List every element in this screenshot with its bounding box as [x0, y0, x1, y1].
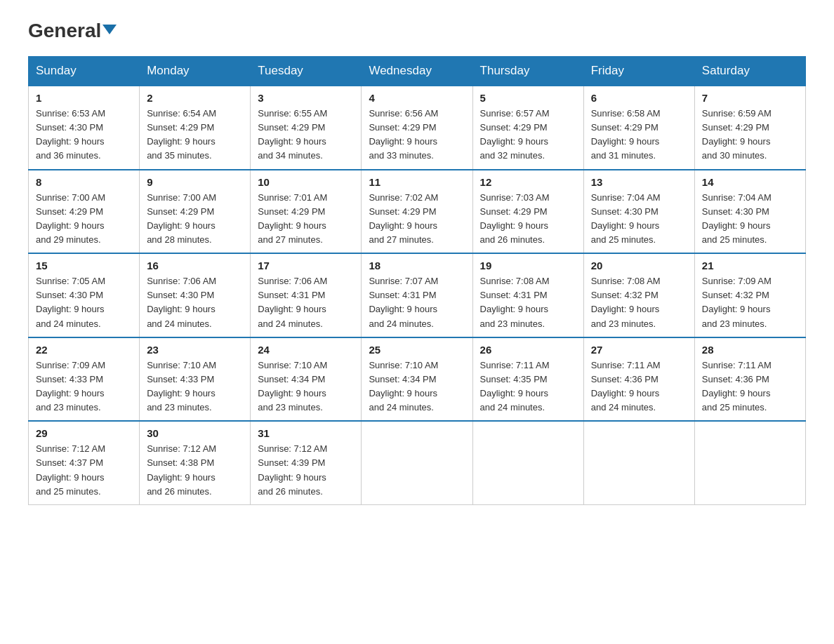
calendar-cell: 17Sunrise: 7:06 AMSunset: 4:31 PMDayligh…: [251, 253, 362, 337]
day-number: 22: [36, 344, 132, 356]
day-number: 20: [591, 260, 687, 271]
day-info: Sunrise: 7:09 AMSunset: 4:32 PMDaylight:…: [702, 274, 798, 331]
day-info: Sunrise: 6:56 AMSunset: 4:29 PMDaylight:…: [369, 107, 465, 163]
calendar-cell: 21Sunrise: 7:09 AMSunset: 4:32 PMDayligh…: [694, 253, 805, 337]
day-number: 16: [147, 260, 243, 271]
calendar-cell: 10Sunrise: 7:01 AMSunset: 4:29 PMDayligh…: [251, 170, 362, 254]
calendar-cell: [472, 421, 583, 504]
day-number: 2: [147, 92, 243, 104]
day-info: Sunrise: 6:59 AMSunset: 4:29 PMDaylight:…: [702, 107, 798, 163]
day-number: 25: [369, 344, 465, 356]
day-number: 1: [36, 92, 132, 104]
calendar-cell: 6Sunrise: 6:58 AMSunset: 4:29 PMDaylight…: [583, 86, 694, 170]
day-number: 27: [591, 344, 687, 356]
day-info: Sunrise: 7:01 AMSunset: 4:29 PMDaylight:…: [258, 191, 354, 248]
calendar-cell: 28Sunrise: 7:11 AMSunset: 4:36 PMDayligh…: [694, 337, 805, 422]
day-info: Sunrise: 6:58 AMSunset: 4:29 PMDaylight:…: [591, 107, 687, 163]
day-number: 19: [480, 260, 576, 271]
day-info: Sunrise: 6:53 AMSunset: 4:30 PMDaylight:…: [36, 107, 132, 163]
day-number: 31: [258, 427, 354, 439]
day-info: Sunrise: 7:00 AMSunset: 4:29 PMDaylight:…: [147, 191, 243, 248]
calendar-cell: 14Sunrise: 7:04 AMSunset: 4:30 PMDayligh…: [694, 170, 805, 254]
day-number: 12: [480, 176, 576, 188]
logo-general: General: [28, 21, 117, 41]
day-header-sunday: Sunday: [29, 57, 140, 86]
day-info: Sunrise: 6:57 AMSunset: 4:29 PMDaylight:…: [480, 107, 576, 163]
calendar-cell: 7Sunrise: 6:59 AMSunset: 4:29 PMDaylight…: [694, 86, 805, 170]
day-info: Sunrise: 7:09 AMSunset: 4:33 PMDaylight:…: [36, 358, 132, 415]
calendar-cell: [694, 421, 805, 504]
calendar-header-row: SundayMondayTuesdayWednesdayThursdayFrid…: [29, 57, 806, 86]
day-header-friday: Friday: [583, 57, 694, 86]
day-number: 13: [591, 176, 687, 188]
day-number: 18: [369, 260, 465, 271]
day-number: 14: [702, 176, 798, 188]
day-number: 6: [591, 92, 687, 104]
calendar-cell: 23Sunrise: 7:10 AMSunset: 4:33 PMDayligh…: [140, 337, 251, 422]
calendar-cell: 27Sunrise: 7:11 AMSunset: 4:36 PMDayligh…: [583, 337, 694, 422]
calendar-cell: 18Sunrise: 7:07 AMSunset: 4:31 PMDayligh…: [362, 253, 472, 337]
day-info: Sunrise: 7:06 AMSunset: 4:31 PMDaylight:…: [258, 274, 354, 331]
calendar-cell: 22Sunrise: 7:09 AMSunset: 4:33 PMDayligh…: [29, 337, 140, 422]
day-info: Sunrise: 7:03 AMSunset: 4:29 PMDaylight:…: [480, 191, 576, 248]
day-header-thursday: Thursday: [472, 57, 583, 86]
day-header-wednesday: Wednesday: [362, 57, 472, 86]
calendar-cell: 4Sunrise: 6:56 AMSunset: 4:29 PMDaylight…: [362, 86, 472, 170]
day-info: Sunrise: 7:12 AMSunset: 4:39 PMDaylight:…: [258, 442, 354, 499]
day-number: 15: [36, 260, 132, 271]
calendar-cell: 12Sunrise: 7:03 AMSunset: 4:29 PMDayligh…: [472, 170, 583, 254]
calendar-cell: [362, 421, 472, 504]
day-header-tuesday: Tuesday: [251, 57, 362, 86]
calendar-cell: 9Sunrise: 7:00 AMSunset: 4:29 PMDaylight…: [140, 170, 251, 254]
day-header-saturday: Saturday: [694, 57, 805, 86]
day-number: 29: [36, 427, 132, 439]
day-number: 26: [480, 344, 576, 356]
calendar-cell: 16Sunrise: 7:06 AMSunset: 4:30 PMDayligh…: [140, 253, 251, 337]
calendar-week-row: 1Sunrise: 6:53 AMSunset: 4:30 PMDaylight…: [29, 86, 806, 170]
calendar-cell: 3Sunrise: 6:55 AMSunset: 4:29 PMDaylight…: [251, 86, 362, 170]
calendar-cell: 2Sunrise: 6:54 AMSunset: 4:29 PMDaylight…: [140, 86, 251, 170]
day-info: Sunrise: 7:10 AMSunset: 4:33 PMDaylight:…: [147, 358, 243, 415]
day-info: Sunrise: 7:04 AMSunset: 4:30 PMDaylight:…: [591, 191, 687, 248]
calendar-cell: 19Sunrise: 7:08 AMSunset: 4:31 PMDayligh…: [472, 253, 583, 337]
day-info: Sunrise: 6:54 AMSunset: 4:29 PMDaylight:…: [147, 107, 243, 163]
day-number: 21: [702, 260, 798, 271]
day-number: 7: [702, 92, 798, 104]
page-header: General: [28, 21, 806, 42]
calendar-cell: 5Sunrise: 6:57 AMSunset: 4:29 PMDaylight…: [472, 86, 583, 170]
day-header-monday: Monday: [140, 57, 251, 86]
calendar-cell: 26Sunrise: 7:11 AMSunset: 4:35 PMDayligh…: [472, 337, 583, 422]
calendar-cell: 30Sunrise: 7:12 AMSunset: 4:38 PMDayligh…: [140, 421, 251, 504]
day-number: 8: [36, 176, 132, 188]
day-number: 30: [147, 427, 243, 439]
day-info: Sunrise: 7:11 AMSunset: 4:36 PMDaylight:…: [702, 358, 798, 415]
calendar-cell: 8Sunrise: 7:00 AMSunset: 4:29 PMDaylight…: [29, 170, 140, 254]
day-number: 10: [258, 176, 354, 188]
day-info: Sunrise: 7:11 AMSunset: 4:35 PMDaylight:…: [480, 358, 576, 415]
day-info: Sunrise: 7:04 AMSunset: 4:30 PMDaylight:…: [702, 191, 798, 248]
day-info: Sunrise: 7:00 AMSunset: 4:29 PMDaylight:…: [36, 191, 132, 248]
day-number: 5: [480, 92, 576, 104]
day-info: Sunrise: 7:12 AMSunset: 4:38 PMDaylight:…: [147, 442, 243, 499]
calendar-week-row: 15Sunrise: 7:05 AMSunset: 4:30 PMDayligh…: [29, 253, 806, 337]
day-number: 17: [258, 260, 354, 271]
calendar-week-row: 22Sunrise: 7:09 AMSunset: 4:33 PMDayligh…: [29, 337, 806, 422]
day-number: 4: [369, 92, 465, 104]
day-number: 23: [147, 344, 243, 356]
day-info: Sunrise: 6:55 AMSunset: 4:29 PMDaylight:…: [258, 107, 354, 163]
day-number: 9: [147, 176, 243, 188]
day-info: Sunrise: 7:05 AMSunset: 4:30 PMDaylight:…: [36, 274, 132, 331]
day-info: Sunrise: 7:02 AMSunset: 4:29 PMDaylight:…: [369, 191, 465, 248]
day-info: Sunrise: 7:07 AMSunset: 4:31 PMDaylight:…: [369, 274, 465, 331]
calendar-week-row: 29Sunrise: 7:12 AMSunset: 4:37 PMDayligh…: [29, 421, 806, 504]
day-info: Sunrise: 7:08 AMSunset: 4:32 PMDaylight:…: [591, 274, 687, 331]
day-number: 24: [258, 344, 354, 356]
logo: General: [28, 21, 117, 42]
calendar-cell: 31Sunrise: 7:12 AMSunset: 4:39 PMDayligh…: [251, 421, 362, 504]
calendar-week-row: 8Sunrise: 7:00 AMSunset: 4:29 PMDaylight…: [29, 170, 806, 254]
day-info: Sunrise: 7:10 AMSunset: 4:34 PMDaylight:…: [258, 358, 354, 415]
calendar-cell: 20Sunrise: 7:08 AMSunset: 4:32 PMDayligh…: [583, 253, 694, 337]
logo-triangle-icon: [102, 25, 117, 34]
calendar-cell: [583, 421, 694, 504]
calendar-cell: 13Sunrise: 7:04 AMSunset: 4:30 PMDayligh…: [583, 170, 694, 254]
